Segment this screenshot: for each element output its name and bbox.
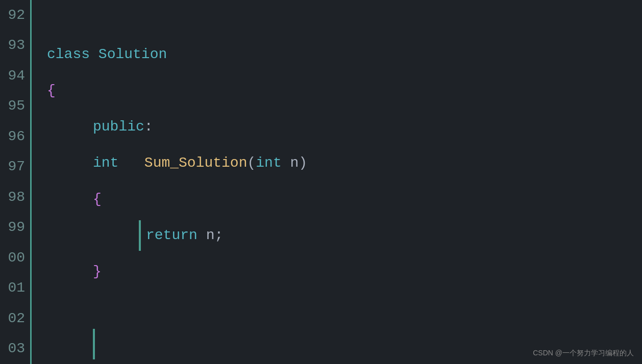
line-num-01: 01 — [0, 273, 30, 304]
code-content: class Solution { public: int Sum_Solutio… — [32, 0, 642, 364]
code-line-99: } — [47, 253, 642, 290]
code-line-96: int Sum_Solution(int n) — [47, 145, 642, 181]
class-name: Solution — [98, 47, 167, 62]
line-num-98: 98 — [0, 182, 30, 213]
code-line-94: { — [47, 72, 642, 109]
line-numbers: 92 93 94 95 96 97 98 99 00 01 02 03 — [0, 0, 32, 364]
colon: : — [144, 120, 153, 134]
line-num-03: 03 — [0, 334, 30, 365]
line-num-96: 96 — [0, 121, 30, 152]
line-num-93: 93 — [0, 31, 30, 61]
code-line-00 — [47, 290, 642, 326]
return-value: n; — [206, 228, 224, 243]
paren-open: ( — [247, 156, 256, 170]
line-num-02: 02 — [0, 303, 30, 334]
code-line-97: { — [47, 181, 642, 217]
code-line-98: return n; — [47, 217, 642, 253]
line-bar-98 — [139, 220, 141, 251]
code-editor: 92 93 94 95 96 97 98 99 00 01 02 03 clas… — [0, 0, 642, 364]
code-line-92 — [47, 0, 642, 36]
line-num-97: 97 — [0, 152, 30, 183]
function-name: Sum_Solution — [144, 156, 248, 170]
line-num-94: 94 — [0, 61, 30, 91]
code-line-02: }; — [47, 362, 642, 364]
paren-close: ) — [299, 156, 307, 170]
code-line-95: public: — [47, 109, 642, 145]
open-brace-outer: { — [47, 84, 56, 98]
keyword-int-param: int — [256, 156, 281, 170]
keyword-return: return — [146, 228, 197, 243]
watermark: CSDN @一个努力学习编程的人 — [533, 349, 634, 358]
line-num-00: 00 — [0, 243, 30, 273]
keyword-int-return: int — [93, 156, 118, 170]
open-brace-inner: { — [93, 192, 102, 206]
line-num-99: 99 — [0, 213, 30, 243]
line-num-95: 95 — [0, 91, 30, 122]
line-bar-01 — [93, 329, 95, 359]
code-line-93: class Solution — [47, 36, 642, 72]
keyword-public: public — [93, 120, 144, 134]
close-brace-inner: } — [93, 265, 102, 279]
param-n: n — [290, 156, 299, 170]
line-num-92: 92 — [0, 0, 30, 31]
keyword-class: class — [47, 47, 90, 62]
